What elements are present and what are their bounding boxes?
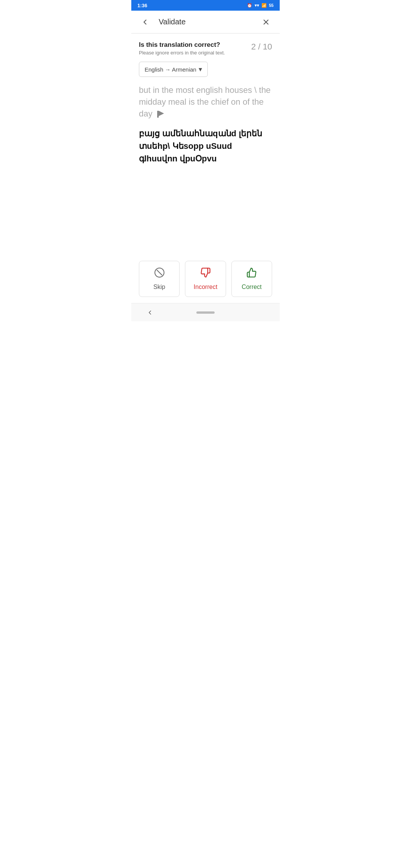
subtitle-label: Please ignore errors in the original tex… xyxy=(139,50,225,56)
action-buttons-row: Skip Incorrect Correct xyxy=(139,261,272,297)
main-content: Is this translation correct? Please igno… xyxy=(131,34,280,303)
thumbs-up-icon xyxy=(246,267,257,281)
correct-button[interactable]: Correct xyxy=(231,261,272,297)
source-text: but in the most english houses \ the mid… xyxy=(139,85,272,120)
alarm-icon: ⏰ xyxy=(247,3,252,8)
language-label: English → Armenian xyxy=(145,66,196,73)
status-bar: 1:36 ⏰ ▾▾ 📶 55 xyxy=(131,0,280,11)
app-bar: Validate xyxy=(131,11,280,34)
signal-icon: 📶 xyxy=(261,3,267,8)
progress-counter: 2 / 10 xyxy=(251,42,272,52)
status-icons: ⏰ ▾▾ 📶 55 xyxy=(247,3,274,8)
incorrect-button[interactable]: Incorrect xyxy=(185,261,226,297)
bottom-pill xyxy=(196,311,215,314)
skip-label: Skip xyxy=(153,284,165,290)
correct-label: Correct xyxy=(242,284,261,290)
close-button[interactable] xyxy=(258,14,274,30)
back-button[interactable] xyxy=(137,14,153,30)
svg-line-5 xyxy=(157,270,162,275)
header-row: Is this translation correct? Please igno… xyxy=(139,41,272,56)
battery-icon: 55 xyxy=(269,3,274,8)
flag-icon xyxy=(157,111,165,118)
chevron-down-icon: ▾ xyxy=(199,65,202,73)
page-title: Validate xyxy=(159,18,252,26)
bottom-bar xyxy=(131,303,280,321)
header-text: Is this translation correct? Please igno… xyxy=(139,41,225,56)
time-display: 1:36 xyxy=(137,3,147,8)
translation-text: բայց ամենահնաqանd լերեն տuեhp\ Կեsopp uS… xyxy=(139,127,272,165)
skip-icon xyxy=(154,267,165,281)
language-dropdown[interactable]: English → Armenian ▾ xyxy=(139,62,208,77)
svg-marker-3 xyxy=(159,111,164,116)
svg-rect-2 xyxy=(157,111,159,118)
wifi-icon: ▾▾ xyxy=(255,3,259,8)
status-time: 1:36 xyxy=(137,3,147,8)
bottom-back-button[interactable] xyxy=(143,306,156,319)
thumbs-down-icon xyxy=(200,267,211,281)
question-label: Is this translation correct? xyxy=(139,41,225,49)
skip-button[interactable]: Skip xyxy=(139,261,180,297)
incorrect-label: Incorrect xyxy=(194,284,217,290)
